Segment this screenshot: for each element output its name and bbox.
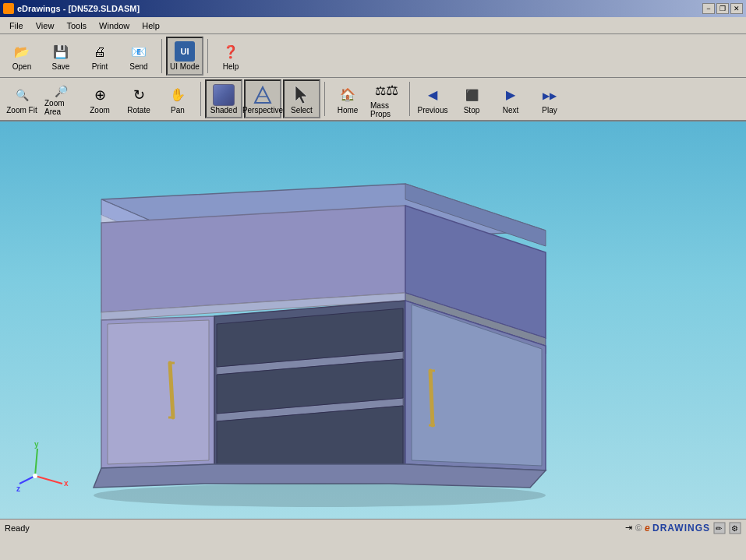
pan-label: Pan xyxy=(171,106,185,114)
zoomfit-label: Zoom Fit xyxy=(6,106,37,114)
status-bar: Ready ⇥ © e DRAWINGS ✏ ⚙ xyxy=(0,519,746,536)
next-button[interactable]: Next xyxy=(492,79,529,118)
play-button[interactable]: Play xyxy=(531,79,568,118)
toolbar1-separator xyxy=(161,39,162,73)
pan-button[interactable]: Pan xyxy=(159,79,196,118)
open-label: Open xyxy=(12,62,31,71)
svg-marker-3 xyxy=(295,86,307,104)
select-button[interactable]: Select xyxy=(283,79,320,118)
help-button[interactable]: Help xyxy=(212,37,249,76)
next-label: Next xyxy=(503,106,519,114)
zoom-button[interactable]: Zoom xyxy=(81,79,118,118)
viewport[interactable]: x y z xyxy=(0,122,746,519)
massprops-button[interactable]: ⚖ Mass Props xyxy=(368,79,405,118)
toolbar2: Zoom Fit Zoom Area Zoom Rotate Pan Shade… xyxy=(0,78,746,122)
massprops-label: Mass Props xyxy=(370,101,403,118)
select-icon xyxy=(291,84,313,106)
app-title: eDrawings - [DN5Z9.SLDASM] xyxy=(17,4,140,13)
perspective-label: Perspective xyxy=(242,106,283,114)
shaded-button[interactable]: Shaded xyxy=(205,79,242,118)
send-button[interactable]: Send xyxy=(120,37,157,76)
menu-help[interactable]: Help xyxy=(136,19,166,32)
pencil-icon: ✏ xyxy=(713,522,726,534)
svg-line-32 xyxy=(35,476,62,484)
3d-model-view xyxy=(78,137,624,511)
svg-point-31 xyxy=(94,484,546,507)
print-icon xyxy=(89,41,111,62)
shaded-label: Shaded xyxy=(210,106,237,114)
settings-icon: ⚙ xyxy=(729,522,741,534)
previous-icon xyxy=(422,84,444,106)
zoomarea-button[interactable]: Zoom Area xyxy=(42,79,80,118)
rotate-button[interactable]: Rotate xyxy=(120,79,157,118)
toolbar2-separator3 xyxy=(409,82,410,116)
open-icon xyxy=(11,41,33,62)
axis-indicator: x y z xyxy=(16,441,70,495)
toolbar1: Open Save Print Send UI UI Mode Help xyxy=(0,34,746,78)
uimode-label: UI Mode xyxy=(170,62,200,71)
svg-line-36 xyxy=(19,476,35,484)
shaded-icon xyxy=(213,84,235,106)
select-label: Select xyxy=(291,106,313,114)
toolbar2-separator1 xyxy=(200,82,201,116)
menu-view[interactable]: View xyxy=(30,19,61,32)
rotate-icon xyxy=(128,84,150,106)
minimize-button[interactable]: − xyxy=(702,3,715,14)
rotate-label: Rotate xyxy=(127,106,150,114)
stop-icon xyxy=(461,84,483,106)
zoomfit-button[interactable]: Zoom Fit xyxy=(3,79,41,118)
open-button[interactable]: Open xyxy=(3,37,41,76)
svg-text:✏: ✏ xyxy=(716,524,723,533)
print-label: Print xyxy=(92,62,108,71)
restore-button[interactable]: ❐ xyxy=(716,3,729,14)
play-icon xyxy=(539,84,560,106)
pan-icon xyxy=(167,84,189,106)
uimode-icon: UI xyxy=(174,41,196,62)
save-button[interactable]: Save xyxy=(42,37,80,76)
zoomfit-icon xyxy=(11,84,33,106)
svg-point-38 xyxy=(33,474,37,478)
svg-marker-15 xyxy=(108,320,209,464)
uimode-button[interactable]: UI UI Mode xyxy=(166,37,203,76)
zoomarea-label: Zoom Area xyxy=(44,99,77,116)
svg-text:y: y xyxy=(34,441,39,449)
status-right: ⇥ © e DRAWINGS ✏ ⚙ xyxy=(625,522,741,534)
send-label: Send xyxy=(129,62,147,71)
menu-tools[interactable]: Tools xyxy=(60,19,93,32)
home-icon xyxy=(337,84,359,106)
close-button[interactable]: ✕ xyxy=(730,3,743,14)
title-bar: eDrawings - [DN5Z9.SLDASM] − ❐ ✕ xyxy=(0,0,746,17)
svg-text:z: z xyxy=(16,484,20,493)
toolbar2-separator2 xyxy=(324,82,325,116)
help-icon xyxy=(220,41,242,62)
drawings-logo: © e DRAWINGS xyxy=(635,523,710,534)
title-left: eDrawings - [DN5Z9.SLDASM] xyxy=(3,3,140,14)
stop-button[interactable]: Stop xyxy=(453,79,490,118)
save-label: Save xyxy=(52,62,70,71)
svg-line-27 xyxy=(430,371,433,425)
play-label: Play xyxy=(542,106,557,114)
menu-bar: File View Tools Window Help xyxy=(0,17,746,34)
previous-label: Previous xyxy=(418,106,448,114)
status-text: Ready xyxy=(5,523,30,533)
previous-button[interactable]: Previous xyxy=(414,79,451,118)
print-button[interactable]: Print xyxy=(81,37,118,76)
send-icon xyxy=(128,41,150,62)
zoom-icon xyxy=(89,84,111,106)
zoomarea-icon xyxy=(50,82,72,99)
massprops-icon: ⚖ xyxy=(376,79,398,101)
next-icon xyxy=(500,84,521,106)
stop-label: Stop xyxy=(464,106,480,114)
home-label: Home xyxy=(338,106,359,114)
perspective-button[interactable]: Perspective xyxy=(244,79,281,118)
menu-file[interactable]: File xyxy=(3,19,30,32)
help-label: Help xyxy=(223,62,239,71)
menu-window[interactable]: Window xyxy=(93,19,136,32)
home-button[interactable]: Home xyxy=(329,79,366,118)
window-controls: − ❐ ✕ xyxy=(702,3,743,14)
svg-text:x: x xyxy=(64,479,69,488)
svg-line-34 xyxy=(35,449,37,476)
svg-text:⚙: ⚙ xyxy=(731,524,738,533)
toolbar1-separator2 xyxy=(207,39,208,73)
zoom-label: Zoom xyxy=(90,106,110,114)
